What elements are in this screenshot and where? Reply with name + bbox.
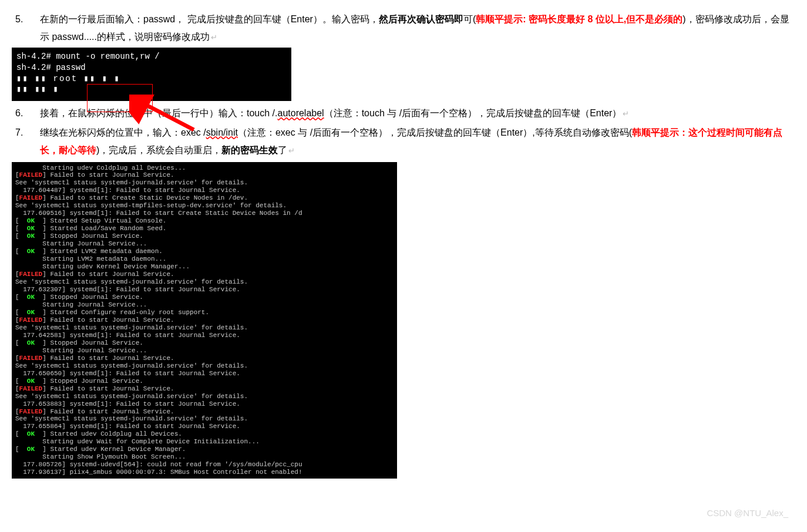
- terminal-screenshot-1: sh-4.2# mount -o remount,rw / sh-4.2# pa…: [12, 48, 291, 102]
- step-body: 继续在光标闪烁的位置中，输入：exec /sbin/init（注意：exec 与…: [40, 124, 795, 160]
- return-icon: ↵: [288, 146, 295, 155]
- highlight-box: [87, 84, 153, 112]
- instruction-list: 5. 在新的一行最后面输入：passwd， 完成后按键盘的回车键（Enter）。…: [12, 11, 795, 46]
- term1-line: ▮▮ ▮▮ root ▮▮ ▮ ▮: [16, 73, 287, 85]
- step-5: 5. 在新的一行最后面输入：passwd， 完成后按键盘的回车键（Enter）。…: [12, 11, 795, 46]
- term1-line: sh-4.2# mount -o remount,rw /: [16, 51, 287, 62]
- return-icon: ↵: [211, 33, 217, 42]
- terminal-screenshot-2: Starting udev Coldplug all Devices... [F…: [12, 162, 397, 479]
- term1-line: sh-4.2# passwd: [16, 62, 287, 73]
- step-body: 接着，在鼠标闪烁的位置中（最后一行中）输入：touch /.autorelabe…: [40, 105, 795, 122]
- step-7: 7. 继续在光标闪烁的位置中，输入：exec /sbin/init（注意：exe…: [12, 124, 795, 160]
- step-number: 7.: [12, 124, 40, 142]
- step-number: 5.: [12, 11, 40, 28]
- step-number: 6.: [12, 105, 40, 122]
- return-icon: ↵: [623, 109, 629, 118]
- step-body: 在新的一行最后面输入：passwd， 完成后按键盘的回车键（Enter）。输入密…: [40, 11, 795, 46]
- instruction-list-cont: 6. 接着，在鼠标闪烁的位置中（最后一行中）输入：touch /.autorel…: [12, 105, 795, 159]
